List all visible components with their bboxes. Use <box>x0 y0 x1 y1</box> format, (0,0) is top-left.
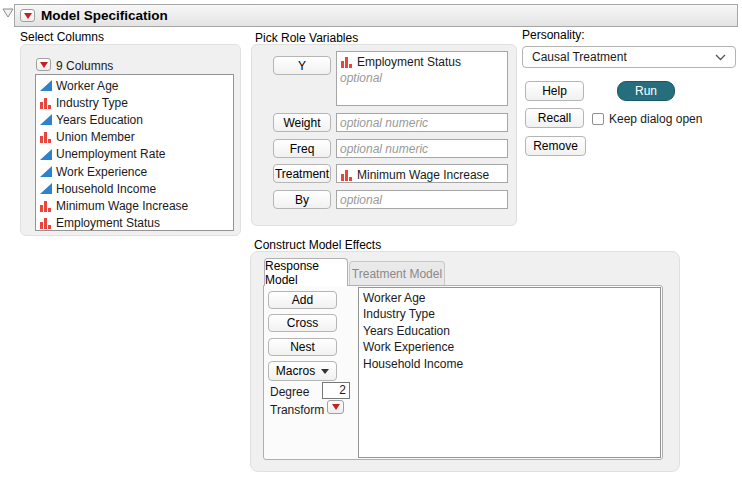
column-item[interactable]: Industry Type <box>39 94 233 111</box>
weight-role-button[interactable]: Weight <box>273 113 331 132</box>
weight-role-box[interactable]: optional numeric <box>336 113 508 132</box>
red-triangle-menu-icon[interactable] <box>20 9 35 22</box>
y-role-value: Employment Status <box>357 55 461 69</box>
nominal-icon <box>39 217 52 229</box>
recall-button[interactable]: Recall <box>525 108 584 128</box>
degree-input[interactable]: 2 <box>322 382 350 399</box>
treatment-role-box[interactable]: Minimum Wage Increase <box>336 164 508 183</box>
model-specification-dialog: Model Specification Select Columns 9 Col… <box>0 0 742 477</box>
column-item[interactable]: Years Education <box>39 111 233 128</box>
y-role-button[interactable]: Y <box>273 56 331 75</box>
columns-menu-icon[interactable] <box>36 58 51 71</box>
column-item-label: Household Income <box>56 182 156 196</box>
effect-item[interactable]: Worker Age <box>363 290 656 306</box>
by-role-button[interactable]: By <box>273 190 331 209</box>
column-item-label: Years Education <box>56 113 143 127</box>
macros-button[interactable]: Macros <box>268 361 337 381</box>
y-role-box[interactable]: Employment Status optional <box>336 51 508 106</box>
pick-roles-label: Pick Role Variables <box>255 31 358 45</box>
column-item-label: Minimum Wage Increase <box>56 199 188 213</box>
column-item[interactable]: Minimum Wage Increase <box>39 197 233 214</box>
model-effects-label: Construct Model Effects <box>254 238 381 252</box>
header-bar: Model Specification <box>14 4 738 27</box>
column-item[interactable]: Worker Age <box>39 77 233 94</box>
by-role-box[interactable]: optional <box>336 190 508 209</box>
keep-dialog-open-label: Keep dialog open <box>609 112 702 126</box>
column-item[interactable]: Employment Status <box>39 215 233 232</box>
nominal-icon <box>39 131 52 143</box>
freq-role-placeholder: optional numeric <box>340 141 504 158</box>
column-item[interactable]: Unemployment Rate <box>39 146 233 163</box>
continuous-icon <box>39 166 52 177</box>
freq-role-box[interactable]: optional numeric <box>336 139 508 158</box>
column-item[interactable]: Work Experience <box>39 163 233 180</box>
select-columns-list[interactable]: Worker AgeIndustry TypeYears EducationUn… <box>35 74 234 231</box>
personality-selected-value: Causal Treatment <box>532 50 627 64</box>
treatment-role-button[interactable]: Treatment <box>273 164 331 183</box>
nominal-icon <box>39 200 52 212</box>
column-item-label: Union Member <box>56 130 135 144</box>
columns-count-label: 9 Columns <box>56 59 113 73</box>
transform-menu-icon[interactable] <box>327 400 344 414</box>
continuous-icon <box>39 114 52 125</box>
keep-dialog-open-checkbox[interactable] <box>592 113 604 125</box>
nominal-icon <box>340 169 353 181</box>
continuous-icon <box>39 149 52 160</box>
nominal-icon <box>340 56 353 68</box>
column-item-label: Employment Status <box>56 216 160 230</box>
column-item-label: Unemployment Rate <box>56 147 165 161</box>
collapse-triangle-icon[interactable] <box>2 8 14 22</box>
by-role-placeholder: optional <box>340 192 504 209</box>
effect-item[interactable]: Household Income <box>363 356 656 372</box>
continuous-icon <box>39 80 52 91</box>
personality-label: Personality: <box>522 28 585 42</box>
model-effects-list[interactable]: Worker AgeIndustry TypeYears EducationWo… <box>358 287 661 458</box>
treatment-role-entry[interactable]: Minimum Wage Increase <box>340 166 504 183</box>
effect-item[interactable]: Years Education <box>363 323 656 339</box>
column-item-label: Work Experience <box>56 165 147 179</box>
run-button[interactable]: Run <box>617 81 675 101</box>
remove-button[interactable]: Remove <box>525 136 586 156</box>
continuous-icon <box>39 183 52 194</box>
column-item[interactable]: Union Member <box>39 129 233 146</box>
add-button[interactable]: Add <box>268 291 337 309</box>
cross-button[interactable]: Cross <box>268 314 337 332</box>
column-item[interactable]: Household Income <box>39 180 233 197</box>
y-role-placeholder: optional <box>340 70 504 87</box>
tab-treatment-model[interactable]: Treatment Model <box>349 261 445 286</box>
chevron-down-icon <box>715 54 726 61</box>
nest-button[interactable]: Nest <box>268 338 337 356</box>
personality-dropdown[interactable]: Causal Treatment <box>522 46 736 68</box>
treatment-role-value: Minimum Wage Increase <box>357 168 489 182</box>
macros-dropdown-icon <box>321 369 329 374</box>
select-columns-label: Select Columns <box>20 30 104 44</box>
nominal-icon <box>39 97 52 109</box>
freq-role-button[interactable]: Freq <box>273 139 331 158</box>
degree-label: Degree <box>270 385 309 399</box>
y-role-entry[interactable]: Employment Status <box>340 53 504 70</box>
tab-response-model[interactable]: Response Model <box>264 258 348 286</box>
column-item-label: Worker Age <box>56 79 118 93</box>
macros-button-label: Macros <box>276 364 315 378</box>
column-item-label: Industry Type <box>56 96 128 110</box>
effect-item[interactable]: Industry Type <box>363 306 656 322</box>
effect-item[interactable]: Work Experience <box>363 339 656 355</box>
weight-role-placeholder: optional numeric <box>340 115 504 132</box>
transform-label: Transform <box>270 403 324 417</box>
page-title: Model Specification <box>41 8 168 23</box>
help-button[interactable]: Help <box>525 81 584 101</box>
